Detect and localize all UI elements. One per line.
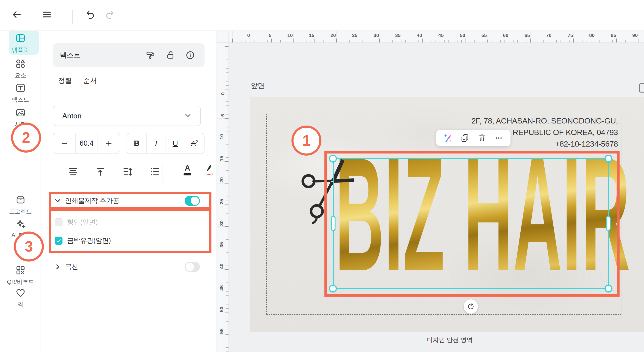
ai-wand-button[interactable] xyxy=(442,132,454,144)
hruler-label-15: 15 xyxy=(309,33,314,38)
hruler-label-90: 90 xyxy=(632,33,638,38)
text-controls-row: 60.4 B I U A2 xyxy=(53,133,204,154)
checkbox-unchecked-icon[interactable] xyxy=(55,218,62,226)
hruler-label-60: 60 xyxy=(503,33,508,38)
hruler-label-55: 55 xyxy=(482,33,487,38)
font-size-increase-button[interactable] xyxy=(98,133,120,154)
duplicate-button[interactable] xyxy=(459,132,471,144)
selection-handle-left[interactable] xyxy=(331,216,336,231)
font-size-stepper: 60.4 xyxy=(53,133,120,154)
hruler-label-20: 20 xyxy=(330,33,336,38)
align-row-divider xyxy=(162,163,163,182)
gold-foil-text-element[interactable]: BIZ HAIR xyxy=(335,133,630,295)
finishing-toggle[interactable] xyxy=(185,196,200,206)
app-window: 템플릿요소텍스트사진프로젝트AI 도구QR/바코드찜 텍스트 정렬 순서 xyxy=(0,0,644,352)
underline-button[interactable]: U xyxy=(166,133,185,154)
panel-divider xyxy=(53,95,204,95)
hruler-label-25: 25 xyxy=(352,33,358,38)
text-color-icon: A xyxy=(185,164,190,172)
curve-section-row[interactable]: 곡선 xyxy=(53,259,204,275)
rotate-handle[interactable] xyxy=(464,299,478,314)
sidebar-item-elements[interactable]: 요소 xyxy=(0,58,41,79)
sidebar-item-heart[interactable]: 찜 xyxy=(0,288,41,308)
sidebar-item-text[interactable]: 텍스트 xyxy=(0,83,41,103)
finishing-section-row[interactable]: 인쇄물제작 후가공 xyxy=(53,193,204,209)
annotation-step-3: 3 xyxy=(14,231,44,261)
toolbar-divider xyxy=(72,10,73,24)
curve-section-label: 곡선 xyxy=(65,262,78,271)
sidebar-nav: 템플릿요소텍스트사진프로젝트AI 도구QR/바코드찜 xyxy=(0,31,41,352)
selection-edge-top[interactable] xyxy=(333,158,609,159)
back-button[interactable] xyxy=(10,8,23,21)
finishing-option-0[interactable]: 형압(앞면) xyxy=(55,213,202,231)
scissors-graphic[interactable] xyxy=(298,153,360,227)
selection-edge-bottom[interactable] xyxy=(333,288,609,289)
redo-button[interactable] xyxy=(104,9,117,22)
element-toolbar xyxy=(436,130,510,146)
italic-button[interactable]: I xyxy=(146,133,166,154)
info-icon[interactable] xyxy=(185,50,195,60)
font-size-value[interactable]: 60.4 xyxy=(76,133,98,154)
list-icon[interactable] xyxy=(149,166,161,178)
font-family-select[interactable]: Anton xyxy=(53,106,201,126)
selection-handle-top-left[interactable] xyxy=(329,155,337,163)
elements-icon xyxy=(15,58,26,70)
hruler-label-65: 65 xyxy=(524,33,530,38)
page-action-icon[interactable] xyxy=(639,83,644,93)
sidebar-item-template[interactable]: 템플릿 xyxy=(0,33,41,54)
undo-button[interactable] xyxy=(84,9,96,22)
tab-order[interactable]: 순서 xyxy=(83,76,97,85)
qr-icon xyxy=(15,265,26,276)
hruler-label-10: 10 xyxy=(287,33,292,38)
style-roller-icon[interactable] xyxy=(146,50,156,60)
menu-button[interactable] xyxy=(40,8,53,21)
text-align-icon[interactable] xyxy=(67,166,79,178)
project-icon xyxy=(15,195,26,206)
finishing-options: 형압(앞면)금박유광(앞면) xyxy=(55,213,202,250)
panel-tabs: 정렬 순서 xyxy=(58,76,97,85)
sidebar-item-label: 템플릿 xyxy=(12,46,29,54)
special-char-button[interactable]: A2 xyxy=(185,133,204,154)
hruler-label-0: 0 xyxy=(247,33,250,38)
panel-header: 텍스트 xyxy=(53,43,204,67)
sidebar-item-qr[interactable]: QR/바코드 xyxy=(0,265,41,286)
font-family-value: Anton xyxy=(62,112,82,120)
text-color-button[interactable]: A xyxy=(181,164,194,175)
hruler-label-80: 80 xyxy=(589,33,594,38)
canvas-workspace[interactable]: 앞면 2F, 78, ACHASAN-RO, SEONGDONG-GU, SEO… xyxy=(217,31,644,352)
highlight-color-swatch xyxy=(204,173,213,175)
hruler-label-35: 35 xyxy=(395,33,400,38)
selection-handle-bottom-right[interactable] xyxy=(604,285,612,292)
curve-toggle[interactable] xyxy=(185,262,200,272)
text-format-group: B I U A2 xyxy=(126,133,204,154)
vertical-align-top-icon[interactable] xyxy=(94,166,106,178)
selection-handle-top-right[interactable] xyxy=(604,155,612,163)
selection-handle-right[interactable] xyxy=(606,216,610,231)
line-height-icon[interactable] xyxy=(122,166,134,178)
selection-handle-bottom-left[interactable] xyxy=(329,285,337,292)
vertical-ruler: 0510152025303540455055 xyxy=(217,43,229,352)
hruler-label-5: 5 xyxy=(269,33,272,38)
hamburger-menu-icon xyxy=(41,9,52,20)
highlighter-icon xyxy=(204,164,213,172)
highlight-color-button[interactable] xyxy=(202,164,215,175)
sidebar-item-project[interactable]: 프로젝트 xyxy=(0,195,41,215)
sidebar-item-label: 요소 xyxy=(15,72,26,79)
unlock-icon[interactable] xyxy=(165,50,176,60)
hruler-label-70: 70 xyxy=(546,33,551,38)
font-size-decrease-button[interactable] xyxy=(53,133,76,154)
vruler-label-50: 50 xyxy=(218,307,224,312)
hruler-label-40: 40 xyxy=(417,33,422,38)
redo-icon xyxy=(105,10,116,21)
vruler-label-5: 5 xyxy=(220,114,226,117)
finishing-option-1[interactable]: 금박유광(앞면) xyxy=(55,231,202,250)
option-label: 형압(앞면) xyxy=(67,218,98,227)
page-side-label: 앞면 xyxy=(251,81,264,91)
ruler-corner xyxy=(217,31,229,43)
delete-button[interactable] xyxy=(476,132,488,144)
more-options-button[interactable] xyxy=(493,132,505,144)
tab-align[interactable]: 정렬 xyxy=(58,76,72,85)
bold-button[interactable]: B xyxy=(127,133,146,154)
checkbox-checked-icon[interactable] xyxy=(55,237,62,245)
vertical-guide-extension xyxy=(450,315,450,332)
